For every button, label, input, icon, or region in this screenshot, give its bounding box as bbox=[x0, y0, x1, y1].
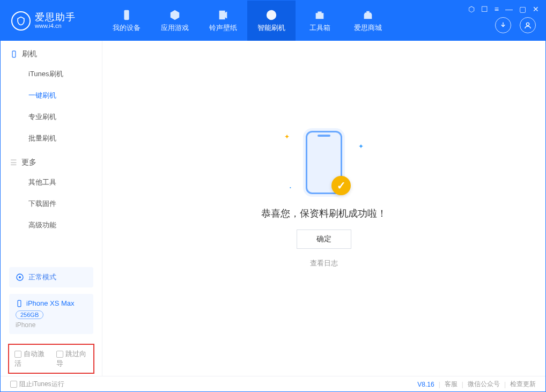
device-storage-badge: 256GB bbox=[16, 310, 43, 319]
device-name: iPhone XS Max bbox=[26, 299, 75, 307]
skip-guide-checkbox[interactable]: 跳过向导 bbox=[56, 349, 88, 368]
block-itunes-label: 阻止iTunes运行 bbox=[19, 380, 64, 388]
nav-device[interactable]: 我的设备 bbox=[102, 1, 151, 41]
account-button[interactable] bbox=[520, 17, 536, 33]
success-message: 恭喜您，保资料刷机成功啦！ bbox=[261, 207, 387, 220]
nav-store-label: 爱思商城 bbox=[354, 23, 382, 33]
list-icon: ☰ bbox=[10, 158, 17, 167]
device-card[interactable]: iPhone XS Max 256GB iPhone bbox=[9, 294, 93, 334]
header-right bbox=[495, 17, 536, 33]
nav-apps[interactable]: 应用游戏 bbox=[151, 1, 199, 41]
close-icon[interactable]: ✕ bbox=[533, 5, 539, 13]
logo-icon bbox=[11, 11, 31, 31]
app-subtitle: www.i4.cn bbox=[35, 23, 76, 29]
sidebar-item-batch[interactable]: 批量刷机 bbox=[1, 128, 102, 149]
auto-activate-checkbox[interactable]: 自动激活 bbox=[14, 349, 47, 368]
view-log-link[interactable]: 查看日志 bbox=[310, 258, 338, 268]
sidebar-item-pro[interactable]: 专业刷机 bbox=[1, 106, 102, 128]
device-type: iPhone bbox=[16, 321, 35, 329]
nav-tabs: 我的设备 应用游戏 铃声壁纸 智能刷机 工具箱 爱思商城 bbox=[102, 1, 392, 41]
checkbox-icon bbox=[10, 381, 17, 388]
sidebar-section-flash-label: 刷机 bbox=[22, 49, 37, 59]
wechat-link[interactable]: 微信公众号 bbox=[468, 380, 500, 389]
download-button[interactable] bbox=[495, 17, 511, 33]
sidebar-item-advanced[interactable]: 高级功能 bbox=[1, 215, 102, 236]
mode-indicator[interactable]: 正常模式 bbox=[9, 267, 93, 287]
check-update-link[interactable]: 检查更新 bbox=[510, 380, 536, 389]
footer: 阻止iTunes运行 V8.16 | 客服 | 微信公众号 | 检查更新 bbox=[1, 376, 545, 392]
sidebar-section-flash: 刷机 bbox=[1, 41, 102, 63]
nav-toolbox-label: 工具箱 bbox=[309, 23, 330, 33]
header: 爱思助手 www.i4.cn 我的设备 应用游戏 铃声壁纸 智能刷机 工具箱 爱… bbox=[1, 1, 545, 41]
ok-button[interactable]: 确定 bbox=[297, 230, 351, 249]
feedback-icon[interactable]: ☐ bbox=[481, 5, 488, 13]
device-icon bbox=[16, 300, 23, 307]
minimize-icon[interactable]: — bbox=[505, 5, 513, 13]
success-illustration: ✦ ✦ • ✓ bbox=[281, 128, 367, 197]
sidebar-item-other[interactable]: 其他工具 bbox=[1, 172, 102, 193]
svg-rect-0 bbox=[124, 10, 129, 19]
svg-rect-2 bbox=[12, 51, 16, 57]
options-highlight: 自动激活 跳过向导 bbox=[8, 344, 94, 374]
titlebar-controls: ⬡ ☐ ≡ — ▢ ✕ bbox=[468, 5, 539, 13]
block-itunes-checkbox[interactable]: 阻止iTunes运行 bbox=[10, 380, 64, 389]
nav-device-label: 我的设备 bbox=[113, 23, 141, 33]
phone-small-icon bbox=[10, 50, 18, 58]
sidebar-section-more-label: 更多 bbox=[21, 158, 36, 167]
sidebar: 刷机 iTunes刷机 一键刷机 专业刷机 批量刷机 ☰ 更多 其他工具 下载固… bbox=[1, 41, 102, 376]
support-link[interactable]: 客服 bbox=[445, 380, 458, 389]
main-content: ✦ ✦ • ✓ 恭喜您，保资料刷机成功啦！ 确定 查看日志 bbox=[102, 41, 545, 376]
sidebar-section-more: ☰ 更多 bbox=[1, 149, 102, 172]
app-title: 爱思助手 bbox=[35, 12, 76, 23]
maximize-icon[interactable]: ▢ bbox=[519, 5, 526, 13]
svg-rect-5 bbox=[18, 300, 21, 307]
check-badge-icon: ✓ bbox=[331, 176, 351, 195]
sidebar-item-oneclick[interactable]: 一键刷机 bbox=[1, 85, 102, 106]
sidebar-item-itunes[interactable]: iTunes刷机 bbox=[1, 63, 102, 85]
mode-label: 正常模式 bbox=[28, 272, 56, 282]
checkbox-icon bbox=[56, 351, 63, 358]
nav-toolbox[interactable]: 工具箱 bbox=[296, 1, 344, 41]
nav-ringtones[interactable]: 铃声壁纸 bbox=[199, 1, 247, 41]
checkbox-icon bbox=[14, 351, 21, 358]
version-label: V8.16 bbox=[417, 381, 434, 388]
svg-point-1 bbox=[526, 23, 529, 25]
svg-point-4 bbox=[19, 276, 21, 278]
menu-icon[interactable]: ≡ bbox=[495, 5, 499, 13]
sidebar-item-firmware[interactable]: 下载固件 bbox=[1, 193, 102, 215]
app-logo: 爱思助手 www.i4.cn bbox=[1, 11, 102, 31]
nav-flash-label: 智能刷机 bbox=[257, 23, 285, 33]
mode-icon bbox=[16, 273, 24, 282]
nav-apps-label: 应用游戏 bbox=[161, 23, 189, 33]
nav-flash[interactable]: 智能刷机 bbox=[247, 1, 296, 41]
nav-ringtones-label: 铃声壁纸 bbox=[209, 23, 237, 33]
tshirt-icon[interactable]: ⬡ bbox=[468, 5, 475, 13]
nav-store[interactable]: 爱思商城 bbox=[344, 1, 392, 41]
body: 刷机 iTunes刷机 一键刷机 专业刷机 批量刷机 ☰ 更多 其他工具 下载固… bbox=[1, 41, 545, 376]
